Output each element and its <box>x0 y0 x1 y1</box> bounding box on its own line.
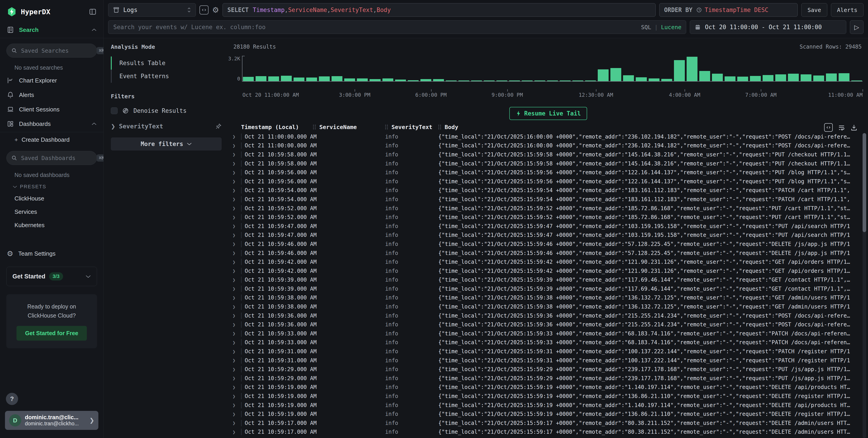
row-expand-chevron-icon[interactable]: ❯ <box>231 241 241 247</box>
table-row[interactable]: ❯ Oct 21 10:59:42.000 AM info {"time_loc… <box>231 258 859 266</box>
row-expand-chevron-icon[interactable]: ❯ <box>231 313 241 318</box>
row-expand-chevron-icon[interactable]: ❯ <box>231 223 241 229</box>
event-search-input[interactable] <box>113 24 638 31</box>
table-row[interactable]: ❯ Oct 21 10:59:17.000 AM info {"time_loc… <box>231 418 859 428</box>
row-expand-chevron-icon[interactable]: ❯ <box>231 349 241 355</box>
sidebar-item-search[interactable]: Search <box>0 23 103 37</box>
download-icon[interactable] <box>850 124 858 131</box>
row-expand-chevron-icon[interactable]: ❯ <box>231 151 241 157</box>
row-expand-chevron-icon[interactable]: ❯ <box>231 331 241 336</box>
table-row[interactable]: ❯ Oct 21 10:59:31.000 AM info {"time_loc… <box>231 356 859 365</box>
sidebar-item-client-sessions[interactable]: Client Sessions <box>0 102 103 116</box>
table-row[interactable]: ❯ Oct 21 10:59:38.000 AM info {"time_loc… <box>231 302 859 311</box>
vertical-scrollbar[interactable] <box>863 133 866 438</box>
row-expand-chevron-icon[interactable]: ❯ <box>231 304 241 310</box>
table-row[interactable]: ❯ Oct 21 10:59:46.000 AM info {"time_loc… <box>231 248 859 258</box>
column-header-timestamp[interactable]: Timestamp (Local) <box>241 124 313 130</box>
row-expand-chevron-icon[interactable]: ❯ <box>231 295 241 301</box>
row-expand-chevron-icon[interactable]: ❯ <box>231 402 241 408</box>
source-select[interactable]: Logs <box>108 3 196 17</box>
table-row[interactable]: ❯ Oct 21 10:59:54.000 AM info {"time_loc… <box>231 186 859 195</box>
resume-live-tail-button[interactable]: Resume Live Tail <box>509 107 587 120</box>
table-row[interactable]: ❯ Oct 21 11:00:00.000 AM info {"time_loc… <box>231 141 859 150</box>
table-row[interactable]: ❯ Oct 21 10:59:29.000 AM info {"time_loc… <box>231 365 859 374</box>
row-expand-chevron-icon[interactable]: ❯ <box>231 411 241 417</box>
table-row[interactable]: ❯ Oct 21 10:59:19.000 AM info {"time_loc… <box>231 401 859 410</box>
order-by-input[interactable]: ORDER BY TimestampTime DESC <box>659 3 798 17</box>
denoise-checkbox[interactable] <box>111 107 118 114</box>
severity-filter-group[interactable]: ❯ SeverityText <box>111 123 222 130</box>
table-row[interactable]: ❯ Oct 21 10:59:52.000 AM info {"time_loc… <box>231 204 859 213</box>
drag-handle-icon[interactable] <box>438 125 441 129</box>
table-row[interactable]: ❯ Oct 21 10:59:39.000 AM info {"time_loc… <box>231 284 859 293</box>
table-row[interactable]: ❯ Oct 21 10:59:42.000 AM info {"time_loc… <box>231 266 859 275</box>
drag-handle-icon[interactable] <box>385 125 388 129</box>
table-row[interactable]: ❯ Oct 21 10:59:58.000 AM info {"time_loc… <box>231 159 859 168</box>
sql-toggle[interactable]: SQL <box>641 24 651 31</box>
row-expand-chevron-icon[interactable]: ❯ <box>231 286 241 292</box>
alerts-button[interactable]: Alerts <box>831 3 864 17</box>
row-expand-chevron-icon[interactable]: ❯ <box>231 134 241 139</box>
table-row[interactable]: ❯ Oct 21 10:59:54.000 AM info {"time_loc… <box>231 195 859 204</box>
collapse-sidebar-icon[interactable] <box>89 8 97 15</box>
saved-searches-input[interactable] <box>21 47 93 54</box>
table-row[interactable]: ❯ Oct 21 10:59:52.000 AM info {"time_loc… <box>231 213 859 222</box>
row-expand-chevron-icon[interactable]: ❯ <box>231 429 241 435</box>
row-expand-chevron-icon[interactable]: ❯ <box>231 340 241 345</box>
row-expand-chevron-icon[interactable]: ❯ <box>231 268 241 274</box>
lucene-toggle[interactable]: Lucene <box>661 24 681 31</box>
get-started-box[interactable]: Get Started 3/3 <box>6 267 97 286</box>
row-expand-chevron-icon[interactable]: ❯ <box>231 322 241 328</box>
table-row[interactable]: ❯ Oct 21 10:59:29.000 AM info {"time_loc… <box>231 374 859 383</box>
preset-clickhouse[interactable]: ClickHouse <box>0 192 103 205</box>
get-started-free-button[interactable]: Get Started for Free <box>17 326 87 341</box>
more-filters-button[interactable]: More filters <box>111 137 222 150</box>
event-search-box[interactable]: SQL | Lucene <box>108 20 686 34</box>
saved-searches-search[interactable]: ⌘K <box>6 44 97 58</box>
row-expand-chevron-icon[interactable]: ❯ <box>231 161 241 166</box>
row-expand-chevron-icon[interactable]: ❯ <box>231 196 241 202</box>
table-row[interactable]: ❯ Oct 21 10:59:19.000 AM info {"time_loc… <box>231 383 859 392</box>
source-settings-gear-icon[interactable]: ⚙ <box>212 6 219 14</box>
table-row[interactable]: ❯ Oct 21 10:59:38.000 AM info {"time_loc… <box>231 293 859 302</box>
table-row[interactable]: ❯ Oct 21 10:59:19.000 AM info {"time_loc… <box>231 392 859 401</box>
table-row[interactable]: ❯ Oct 21 10:59:47.000 AM info {"time_loc… <box>231 231 859 240</box>
row-expand-chevron-icon[interactable]: ❯ <box>231 358 241 363</box>
row-expand-chevron-icon[interactable]: ❯ <box>231 250 241 256</box>
row-expand-chevron-icon[interactable]: ❯ <box>231 205 241 211</box>
drag-handle-icon[interactable] <box>313 125 316 129</box>
row-expand-chevron-icon[interactable]: ❯ <box>231 367 241 372</box>
table-row[interactable]: ❯ Oct 21 10:59:58.000 AM info {"time_loc… <box>231 150 859 159</box>
sidebar-item-chart-explorer[interactable]: Chart Explorer <box>0 73 103 88</box>
table-row[interactable]: ❯ Oct 21 10:59:56.000 AM info {"time_loc… <box>231 177 859 186</box>
table-row[interactable]: ❯ Oct 21 10:59:19.000 AM info {"time_loc… <box>231 409 859 418</box>
scrollbar-thumb[interactable] <box>863 133 866 232</box>
help-button[interactable]: ? <box>6 393 18 405</box>
table-row[interactable]: ❯ Oct 21 10:59:46.000 AM info {"time_loc… <box>231 240 859 248</box>
user-menu[interactable]: D dominic.tran@clic... dominic.tran@clic… <box>5 411 98 430</box>
table-row[interactable]: ❯ Oct 21 10:59:17.000 AM info {"time_loc… <box>231 428 859 437</box>
preset-kubernetes[interactable]: Kubernetes <box>0 218 103 232</box>
table-row[interactable]: ❯ Oct 21 10:59:47.000 AM info {"time_loc… <box>231 222 859 231</box>
row-expand-chevron-icon[interactable]: ❯ <box>231 143 241 148</box>
table-row[interactable]: ❯ Oct 21 10:59:56.000 AM info {"time_loc… <box>231 168 859 177</box>
table-row[interactable]: ❯ Oct 21 10:59:36.000 AM info {"time_loc… <box>231 311 859 320</box>
row-expand-chevron-icon[interactable]: ❯ <box>231 384 241 390</box>
histogram-plot[interactable] <box>242 56 863 81</box>
sql-editor-icon[interactable] <box>199 5 209 14</box>
row-expand-chevron-icon[interactable]: ❯ <box>231 188 241 193</box>
column-header-severitytext[interactable]: SeverityText <box>385 124 438 130</box>
table-row[interactable]: ❯ Oct 21 11:00:00.000 AM info {"time_loc… <box>231 132 859 141</box>
select-expression-input[interactable]: SELECT Timestamp,ServiceName,SeverityTex… <box>222 3 656 17</box>
mode-results-table[interactable]: Results Table <box>111 57 222 70</box>
sidebar-item-team-settings[interactable]: ⚙ Team Settings <box>0 246 103 261</box>
run-query-button[interactable]: ▷ <box>850 20 864 34</box>
presets-header[interactable]: PRESETS <box>0 180 103 192</box>
denoise-results-option[interactable]: Denoise Results <box>111 107 222 114</box>
row-expand-chevron-icon[interactable]: ❯ <box>231 259 241 265</box>
table-row[interactable]: ❯ Oct 21 10:59:36.000 AM info {"time_loc… <box>231 320 859 329</box>
table-row[interactable]: ❯ Oct 21 10:59:39.000 AM info {"time_loc… <box>231 275 859 284</box>
table-row[interactable]: ❯ Oct 21 10:59:31.000 AM info {"time_loc… <box>231 347 859 356</box>
row-expand-chevron-icon[interactable]: ❯ <box>231 394 241 399</box>
preset-services[interactable]: Services <box>0 205 103 218</box>
